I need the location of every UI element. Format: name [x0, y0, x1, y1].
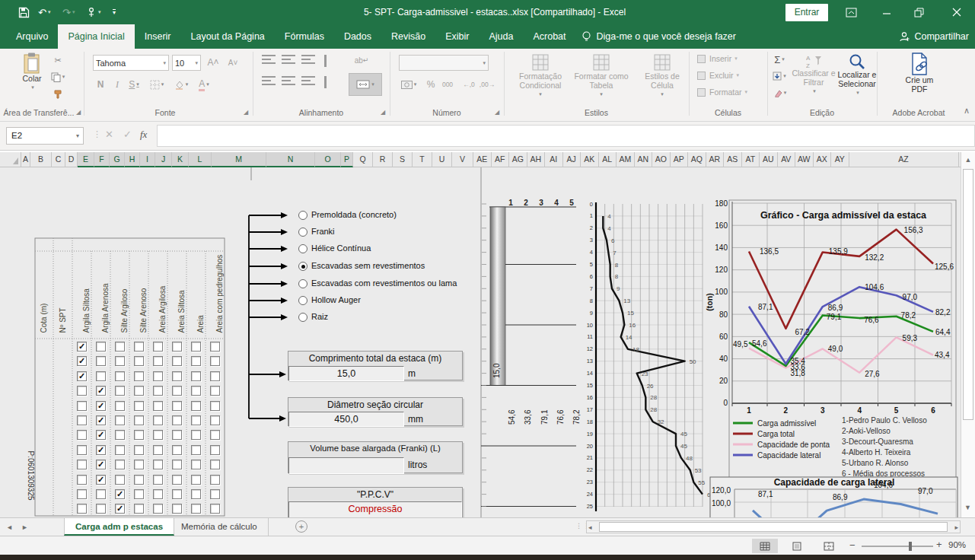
- increase-decimal-button[interactable]: ←,0: [461, 78, 476, 91]
- align-button-0-0[interactable]: [262, 55, 277, 67]
- soil-checkbox-r4-c2[interactable]: ✓: [96, 386, 106, 396]
- soil-checkbox-r7-c5[interactable]: [153, 430, 163, 440]
- soil-checkbox-r3-c2[interactable]: [96, 371, 106, 381]
- col-header-AU[interactable]: AU: [760, 152, 778, 167]
- soil-checkbox-r9-c7[interactable]: [191, 460, 201, 469]
- col-header-S[interactable]: S: [393, 152, 413, 167]
- hscroll-left-icon[interactable]: ◂: [588, 523, 592, 531]
- tell-me-box[interactable]: Diga-me o que você deseja fazer: [581, 24, 736, 49]
- format-painter-button[interactable]: [50, 87, 65, 100]
- soil-checkbox-r10-c3[interactable]: [115, 475, 125, 485]
- col-header-I[interactable]: I: [140, 152, 155, 167]
- radio-raiz[interactable]: [298, 313, 307, 322]
- col-header-U[interactable]: U: [432, 152, 452, 167]
- collapse-ribbon-button[interactable]: ∧: [959, 103, 974, 117]
- ribbon-tab-revis-o[interactable]: Revisão: [381, 24, 435, 49]
- sheet-nav-left-icon[interactable]: ◄: [6, 523, 13, 531]
- soil-checkbox-r9-c8[interactable]: [210, 460, 220, 469]
- hscroll-right-icon[interactable]: ▸: [954, 523, 958, 531]
- increase-font-button[interactable]: A˄: [206, 56, 221, 69]
- ribbon-tab-layout-da-p-gina[interactable]: Layout da Página: [180, 24, 274, 49]
- save-icon[interactable]: [18, 0, 30, 24]
- sort-filter-button[interactable]: AZ Classificar e Filtrar▾: [792, 53, 836, 96]
- soil-checkbox-r2-c1[interactable]: ✓: [77, 356, 87, 366]
- formula-input[interactable]: [157, 125, 975, 147]
- accounting-format-button[interactable]: ▾: [399, 78, 419, 91]
- col-header-AW[interactable]: AW: [795, 152, 814, 167]
- ribbon-tab-f-rmulas[interactable]: Fórmulas: [275, 24, 334, 49]
- soil-checkbox-r2-c3[interactable]: [115, 356, 125, 366]
- redo-button[interactable]: ↷▾: [62, 0, 75, 24]
- soil-checkbox-r12-c3[interactable]: ✓: [115, 504, 125, 514]
- soil-checkbox-r12-c7[interactable]: [191, 504, 201, 514]
- find-select-button[interactable]: Localizar e Selecionar▾: [836, 53, 878, 97]
- soil-checkbox-r4-c3[interactable]: [115, 386, 125, 396]
- soil-checkbox-r7-c8[interactable]: [210, 430, 220, 440]
- align-button-1-0[interactable]: [262, 76, 277, 88]
- soil-checkbox-r6-c2[interactable]: ✓: [96, 415, 106, 425]
- soil-checkbox-r8-c6[interactable]: [172, 445, 182, 455]
- soil-checkbox-r1-c7[interactable]: [191, 342, 201, 352]
- soil-checkbox-r7-c3[interactable]: [115, 430, 125, 440]
- soil-checkbox-r5-c2[interactable]: ✓: [96, 401, 106, 411]
- soil-checkbox-r8-c2[interactable]: ✓: [96, 445, 106, 455]
- col-header-C[interactable]: C: [52, 152, 65, 167]
- soil-checkbox-r12-c4[interactable]: [134, 504, 144, 514]
- soil-checkbox-r1-c3[interactable]: [115, 342, 125, 352]
- soil-checkbox-r11-c2[interactable]: [96, 489, 106, 499]
- soil-checkbox-r4-c6[interactable]: [172, 386, 182, 396]
- fill-color-button[interactable]: ▾: [174, 78, 189, 91]
- vscroll-thumb[interactable]: [963, 169, 973, 420]
- soil-checkbox-r5-c5[interactable]: [153, 401, 163, 411]
- col-header-L[interactable]: L: [189, 152, 212, 167]
- fill-button[interactable]: ▾: [772, 69, 787, 83]
- soil-checkbox-r3-c7[interactable]: [191, 371, 201, 381]
- sheet-tab-carga-adm-p-estacas[interactable]: Carga adm p estacas: [64, 518, 174, 536]
- soil-checkbox-r12-c6[interactable]: [172, 504, 182, 514]
- bold-button[interactable]: N: [93, 78, 108, 91]
- soil-checkbox-r1-c2[interactable]: [96, 342, 106, 352]
- ribbon-tab-p-gina-inicial[interactable]: Página Inicial: [58, 24, 134, 49]
- font-size-select[interactable]: 10▾: [172, 55, 201, 71]
- align-button-0-1[interactable]: [282, 55, 297, 67]
- soil-checkbox-r1-c6[interactable]: [172, 342, 182, 352]
- page-layout-view-button[interactable]: [784, 539, 810, 553]
- input-box-volume-base-alargada[interactable]: Volume base alargada (Franki) (L)litros: [288, 441, 463, 473]
- soil-checkbox-r7-c2[interactable]: ✓: [96, 430, 106, 440]
- soil-checkbox-r9-c4[interactable]: [134, 460, 144, 469]
- soil-checkbox-r7-c4[interactable]: [134, 430, 144, 440]
- soil-checkbox-r10-c7[interactable]: [191, 475, 201, 485]
- soil-checkbox-r10-c8[interactable]: [210, 475, 220, 485]
- radio-hollow-auger[interactable]: [298, 296, 307, 305]
- hscroll-thumb[interactable]: [599, 522, 948, 532]
- zoom-slider-thumb[interactable]: [909, 542, 912, 551]
- number-format-select[interactable]: ▾: [399, 55, 489, 71]
- soil-checkbox-r5-c3[interactable]: [115, 401, 125, 411]
- soil-checkbox-r3-c6[interactable]: [172, 371, 182, 381]
- soil-checkbox-r7-c1[interactable]: [77, 430, 87, 440]
- paste-button[interactable]: Colar ▾: [14, 52, 50, 92]
- normal-view-button[interactable]: [752, 539, 778, 553]
- col-header-AN[interactable]: AN: [635, 152, 653, 167]
- horizontal-scrollbar[interactable]: ◂ ▸: [586, 520, 961, 533]
- col-header-AQ[interactable]: AQ: [688, 152, 706, 167]
- sign-in-button[interactable]: Entrar: [785, 4, 828, 21]
- name-box[interactable]: E2 ▾: [6, 127, 84, 145]
- percent-style-button[interactable]: %: [423, 78, 438, 91]
- zoom-level[interactable]: 90%: [948, 540, 966, 549]
- soil-checkbox-r8-c3[interactable]: [115, 445, 125, 455]
- soil-checkbox-r1-c1[interactable]: ✓: [77, 342, 87, 352]
- col-header-R[interactable]: R: [373, 152, 393, 167]
- soil-checkbox-r8-c8[interactable]: [210, 445, 220, 455]
- soil-checkbox-r8-c1[interactable]: [77, 445, 87, 455]
- soil-checkbox-r6-c4[interactable]: [134, 415, 144, 425]
- soil-checkbox-r2-c7[interactable]: [191, 356, 201, 366]
- soil-checkbox-r2-c5[interactable]: [153, 356, 163, 366]
- soil-checkbox-r8-c4[interactable]: [134, 445, 144, 455]
- col-header-Q[interactable]: Q: [353, 152, 373, 167]
- soil-checkbox-r1-c8[interactable]: [210, 342, 220, 352]
- col-header-AP[interactable]: AP: [671, 152, 689, 167]
- input-box-di-metro-se-o-circul[interactable]: Diâmetro seção circular450,0mm: [288, 397, 463, 426]
- ribbon-tab-exibir[interactable]: Exibir: [435, 24, 479, 49]
- copy-button[interactable]: ▾: [50, 70, 65, 84]
